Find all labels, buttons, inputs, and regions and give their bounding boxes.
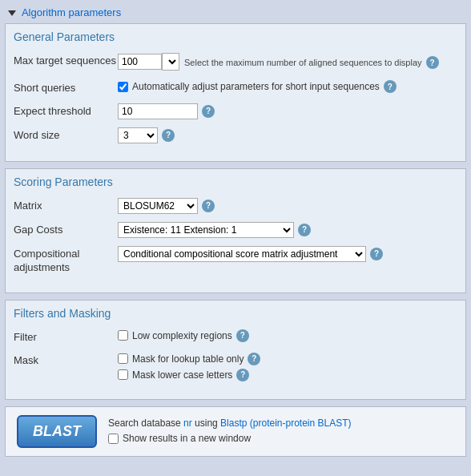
blast-database-link[interactable]: nr	[183, 418, 192, 429]
max-target-help-icon[interactable]: ?	[426, 56, 439, 69]
filter-control: Low complexity regions ?	[118, 329, 457, 342]
blast-desc-prefix: Search database	[108, 418, 183, 429]
gap-costs-select[interactable]: Existence: 11 Extension: 1 Existence: 11…	[118, 222, 294, 238]
mask-label: Mask	[14, 353, 118, 368]
max-target-label: Max target sequences	[14, 53, 118, 68]
mask-lookup-help-icon[interactable]: ?	[248, 353, 260, 365]
low-complexity-help-icon[interactable]: ?	[236, 329, 249, 342]
blast-footer: BLAST Search database nr using Blastp (p…	[5, 406, 466, 457]
show-results-row: Show results in a new window	[108, 431, 352, 446]
compositional-help-icon[interactable]: ?	[370, 248, 383, 260]
gap-costs-label: Gap Costs	[14, 222, 118, 237]
expect-threshold-help-icon[interactable]: ?	[202, 105, 215, 118]
mask-row: Mask Mask for lookup table only ? Mask l…	[14, 353, 457, 381]
matrix-row: Matrix BLOSUM62 PAM30 PAM70 BLOSUM80 BLO…	[14, 198, 457, 214]
blast-method-link[interactable]: Blastp (protein-protein BLAST)	[220, 418, 351, 429]
show-results-label: Show results in a new window	[123, 431, 251, 446]
word-size-help-icon[interactable]: ?	[162, 129, 175, 142]
matrix-label: Matrix	[14, 198, 118, 213]
expect-threshold-control: ?	[118, 103, 457, 119]
matrix-select[interactable]: BLOSUM62 PAM30 PAM70 BLOSUM80 BLOSUM45	[118, 198, 198, 214]
gap-costs-control: Existence: 11 Extension: 1 Existence: 11…	[118, 222, 457, 238]
compositional-select[interactable]: Conditional compositional score matrix a…	[118, 246, 366, 262]
compositional-row: Compositional adjustments Conditional co…	[14, 246, 457, 275]
mask-lowercase-checkbox[interactable]	[118, 369, 128, 380]
filter-row: Filter Low complexity regions ?	[14, 329, 457, 345]
algorithm-parameters-link[interactable]: Algorithm parameters	[22, 6, 121, 18]
word-size-control: 3 2 5 6 ?	[118, 127, 457, 143]
blast-desc-text: Search database nr using Blastp (protein…	[108, 416, 352, 431]
mask-options: Mask for lookup table only ? Mask lower …	[118, 353, 260, 381]
max-target-row: Max target sequences ▼ Select the maximu…	[14, 53, 457, 72]
mask-control: Mask for lookup table only ? Mask lower …	[118, 353, 457, 381]
mask-lowercase-item: Mask lower case letters ?	[118, 369, 260, 381]
mask-lowercase-help-icon[interactable]: ?	[236, 369, 249, 381]
scoring-parameters-title: Scoring Parameters	[14, 175, 457, 190]
max-target-input[interactable]	[118, 54, 162, 70]
filter-label: Filter	[14, 329, 118, 345]
blast-desc-middle: using	[192, 418, 220, 429]
short-queries-desc: Automatically adjust parameters for shor…	[132, 81, 380, 92]
expect-threshold-label: Expect threshold	[14, 103, 118, 119]
expect-threshold-row: Expect threshold ?	[14, 103, 457, 119]
low-complexity-label: Low complexity regions	[132, 330, 232, 341]
max-target-desc: Select the maximum number of aligned seq…	[184, 56, 439, 69]
word-size-label: Word size	[14, 127, 118, 143]
low-complexity-item: Low complexity regions ?	[118, 329, 249, 342]
algorithm-header: Algorithm parameters	[5, 5, 466, 20]
matrix-help-icon[interactable]: ?	[202, 200, 215, 212]
mask-lookup-checkbox[interactable]	[118, 353, 128, 364]
blast-button[interactable]: BLAST	[17, 415, 97, 448]
mask-lowercase-label: Mask lower case letters	[132, 369, 232, 381]
scoring-parameters-section: Scoring Parameters Matrix BLOSUM62 PAM30…	[5, 168, 466, 293]
filters-masking-title: Filters and Masking	[14, 307, 457, 321]
gap-costs-help-icon[interactable]: ?	[298, 224, 311, 236]
mask-lookup-label: Mask for lookup table only	[132, 353, 244, 365]
filters-masking-section: Filters and Masking Filter Low complexit…	[5, 300, 466, 400]
max-target-control: ▼ Select the maximum number of aligned s…	[118, 53, 457, 72]
low-complexity-checkbox[interactable]	[118, 330, 128, 341]
compositional-control: Conditional compositional score matrix a…	[118, 246, 457, 262]
mask-lookup-item: Mask for lookup table only ?	[118, 353, 260, 365]
short-queries-control: Automatically adjust parameters for shor…	[118, 80, 457, 93]
show-results-checkbox[interactable]	[108, 434, 119, 444]
short-queries-label: Short queries	[14, 80, 118, 95]
general-parameters-section: General Parameters Max target sequences …	[5, 23, 466, 162]
expect-threshold-input[interactable]	[118, 103, 198, 119]
max-target-select[interactable]: ▼	[162, 53, 179, 71]
gap-costs-row: Gap Costs Existence: 11 Extension: 1 Exi…	[14, 222, 457, 238]
word-size-row: Word size 3 2 5 6 ?	[14, 127, 457, 143]
short-queries-checkbox[interactable]	[118, 82, 128, 92]
collapse-triangle-icon[interactable]	[8, 10, 16, 16]
matrix-control: BLOSUM62 PAM30 PAM70 BLOSUM80 BLOSUM45 ?	[118, 198, 457, 214]
general-parameters-title: General Parameters	[14, 30, 457, 45]
compositional-label: Compositional adjustments	[14, 246, 118, 275]
word-size-select[interactable]: 3 2 5 6	[118, 127, 158, 143]
blast-description: Search database nr using Blastp (protein…	[108, 416, 352, 446]
short-queries-row: Short queries Automatically adjust param…	[14, 80, 457, 95]
short-queries-help-icon[interactable]: ?	[384, 80, 397, 93]
